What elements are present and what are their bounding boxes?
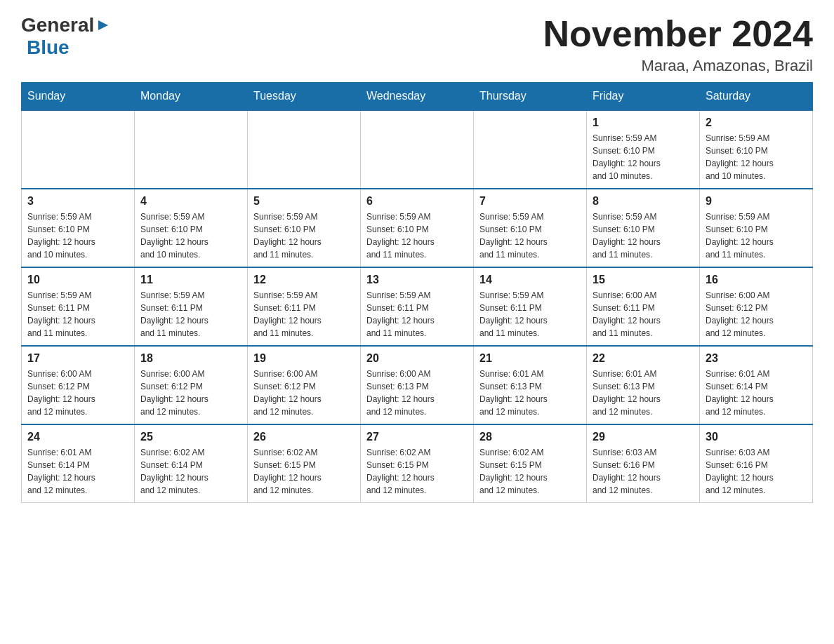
day-info: Sunrise: 6:00 AMSunset: 6:12 PMDaylight:… xyxy=(253,368,355,418)
day-info: Sunrise: 6:01 AMSunset: 6:14 PMDaylight:… xyxy=(706,368,807,418)
day-info: Sunrise: 5:59 AMSunset: 6:11 PMDaylight:… xyxy=(140,289,241,340)
calendar-cell: 7Sunrise: 5:59 AMSunset: 6:10 PMDaylight… xyxy=(474,189,587,267)
calendar-cell xyxy=(248,110,361,189)
calendar-cell: 4Sunrise: 5:59 AMSunset: 6:10 PMDaylight… xyxy=(135,189,248,267)
calendar-title: November 2024 xyxy=(543,14,813,54)
calendar-cell xyxy=(474,110,587,189)
day-info: Sunrise: 6:01 AMSunset: 6:13 PMDaylight:… xyxy=(593,368,694,418)
calendar-cell: 28Sunrise: 6:02 AMSunset: 6:15 PMDayligh… xyxy=(474,424,587,503)
day-number: 21 xyxy=(479,352,581,365)
day-info: Sunrise: 6:00 AMSunset: 6:12 PMDaylight:… xyxy=(706,289,807,340)
day-number: 2 xyxy=(706,116,807,129)
day-number: 5 xyxy=(253,195,355,208)
weekday-header-tuesday: Tuesday xyxy=(248,83,361,111)
day-number: 17 xyxy=(27,352,128,365)
calendar-cell: 13Sunrise: 5:59 AMSunset: 6:11 PMDayligh… xyxy=(361,267,474,346)
calendar-cell: 21Sunrise: 6:01 AMSunset: 6:13 PMDayligh… xyxy=(474,346,587,424)
day-number: 20 xyxy=(366,352,468,365)
calendar-week-2: 3Sunrise: 5:59 AMSunset: 6:10 PMDaylight… xyxy=(22,189,813,267)
weekday-header-monday: Monday xyxy=(135,83,248,111)
day-number: 26 xyxy=(253,431,355,443)
day-info: Sunrise: 5:59 AMSunset: 6:10 PMDaylight:… xyxy=(706,132,807,182)
day-number: 28 xyxy=(479,431,581,443)
day-number: 22 xyxy=(593,352,694,365)
calendar-subtitle: Maraa, Amazonas, Brazil xyxy=(543,57,813,75)
calendar-cell: 18Sunrise: 6:00 AMSunset: 6:12 PMDayligh… xyxy=(135,346,248,424)
calendar-cell: 17Sunrise: 6:00 AMSunset: 6:12 PMDayligh… xyxy=(22,346,135,424)
logo-general-text: General xyxy=(21,14,94,36)
page-header: General Blue November 2024 Maraa, Amazon… xyxy=(21,14,813,75)
calendar-week-1: 1Sunrise: 5:59 AMSunset: 6:10 PMDaylight… xyxy=(22,110,813,189)
day-info: Sunrise: 6:00 AMSunset: 6:12 PMDaylight:… xyxy=(140,368,241,418)
day-number: 8 xyxy=(593,195,694,208)
day-info: Sunrise: 6:01 AMSunset: 6:14 PMDaylight:… xyxy=(27,446,128,497)
calendar-cell: 11Sunrise: 5:59 AMSunset: 6:11 PMDayligh… xyxy=(135,267,248,346)
day-info: Sunrise: 5:59 AMSunset: 6:10 PMDaylight:… xyxy=(27,210,128,261)
day-info: Sunrise: 6:03 AMSunset: 6:16 PMDaylight:… xyxy=(593,446,694,497)
day-number: 3 xyxy=(27,195,128,208)
calendar-cell: 16Sunrise: 6:00 AMSunset: 6:12 PMDayligh… xyxy=(700,267,813,346)
title-block: November 2024 Maraa, Amazonas, Brazil xyxy=(543,14,813,75)
calendar-cell xyxy=(135,110,248,189)
day-number: 25 xyxy=(140,431,241,443)
day-number: 16 xyxy=(706,274,807,286)
day-number: 10 xyxy=(27,274,128,286)
day-number: 18 xyxy=(140,352,241,365)
day-info: Sunrise: 5:59 AMSunset: 6:10 PMDaylight:… xyxy=(479,210,581,261)
calendar-cell: 23Sunrise: 6:01 AMSunset: 6:14 PMDayligh… xyxy=(700,346,813,424)
day-info: Sunrise: 5:59 AMSunset: 6:10 PMDaylight:… xyxy=(593,210,694,261)
day-number: 23 xyxy=(706,352,807,365)
day-number: 1 xyxy=(593,116,694,129)
calendar-table: SundayMondayTuesdayWednesdayThursdayFrid… xyxy=(21,82,813,503)
day-number: 19 xyxy=(253,352,355,365)
day-number: 15 xyxy=(593,274,694,286)
day-info: Sunrise: 6:02 AMSunset: 6:15 PMDaylight:… xyxy=(366,446,468,497)
day-number: 7 xyxy=(479,195,581,208)
calendar-cell: 3Sunrise: 5:59 AMSunset: 6:10 PMDaylight… xyxy=(22,189,135,267)
calendar-cell: 30Sunrise: 6:03 AMSunset: 6:16 PMDayligh… xyxy=(700,424,813,503)
calendar-cell: 14Sunrise: 5:59 AMSunset: 6:11 PMDayligh… xyxy=(474,267,587,346)
day-info: Sunrise: 6:03 AMSunset: 6:16 PMDaylight:… xyxy=(706,446,807,497)
calendar-cell: 25Sunrise: 6:02 AMSunset: 6:14 PMDayligh… xyxy=(135,424,248,503)
logo: General Blue xyxy=(21,14,111,59)
svg-marker-0 xyxy=(98,20,108,30)
day-info: Sunrise: 5:59 AMSunset: 6:10 PMDaylight:… xyxy=(706,210,807,261)
day-info: Sunrise: 6:00 AMSunset: 6:11 PMDaylight:… xyxy=(593,289,694,340)
weekday-header-friday: Friday xyxy=(587,83,700,111)
day-number: 30 xyxy=(706,431,807,443)
calendar-cell: 8Sunrise: 5:59 AMSunset: 6:10 PMDaylight… xyxy=(587,189,700,267)
calendar-cell: 9Sunrise: 5:59 AMSunset: 6:10 PMDaylight… xyxy=(700,189,813,267)
calendar-cell: 1Sunrise: 5:59 AMSunset: 6:10 PMDaylight… xyxy=(587,110,700,189)
calendar-cell: 26Sunrise: 6:02 AMSunset: 6:15 PMDayligh… xyxy=(248,424,361,503)
calendar-cell: 5Sunrise: 5:59 AMSunset: 6:10 PMDaylight… xyxy=(248,189,361,267)
calendar-cell: 6Sunrise: 5:59 AMSunset: 6:10 PMDaylight… xyxy=(361,189,474,267)
day-info: Sunrise: 6:02 AMSunset: 6:14 PMDaylight:… xyxy=(140,446,241,497)
calendar-cell: 22Sunrise: 6:01 AMSunset: 6:13 PMDayligh… xyxy=(587,346,700,424)
weekday-header-saturday: Saturday xyxy=(700,83,813,111)
calendar-cell: 20Sunrise: 6:00 AMSunset: 6:13 PMDayligh… xyxy=(361,346,474,424)
weekday-header-row: SundayMondayTuesdayWednesdayThursdayFrid… xyxy=(22,83,813,111)
day-number: 24 xyxy=(27,431,128,443)
day-info: Sunrise: 6:00 AMSunset: 6:13 PMDaylight:… xyxy=(366,368,468,418)
day-number: 27 xyxy=(366,431,468,443)
day-info: Sunrise: 5:59 AMSunset: 6:11 PMDaylight:… xyxy=(27,289,128,340)
calendar-cell: 19Sunrise: 6:00 AMSunset: 6:12 PMDayligh… xyxy=(248,346,361,424)
day-number: 14 xyxy=(479,274,581,286)
day-info: Sunrise: 5:59 AMSunset: 6:10 PMDaylight:… xyxy=(140,210,241,261)
day-number: 29 xyxy=(593,431,694,443)
day-info: Sunrise: 5:59 AMSunset: 6:10 PMDaylight:… xyxy=(366,210,468,261)
day-number: 9 xyxy=(706,195,807,208)
calendar-cell: 2Sunrise: 5:59 AMSunset: 6:10 PMDaylight… xyxy=(700,110,813,189)
calendar-cell xyxy=(361,110,474,189)
day-info: Sunrise: 6:02 AMSunset: 6:15 PMDaylight:… xyxy=(479,446,581,497)
day-info: Sunrise: 6:02 AMSunset: 6:15 PMDaylight:… xyxy=(253,446,355,497)
logo-arrow-icon xyxy=(95,18,111,33)
calendar-week-5: 24Sunrise: 6:01 AMSunset: 6:14 PMDayligh… xyxy=(22,424,813,503)
calendar-cell: 15Sunrise: 6:00 AMSunset: 6:11 PMDayligh… xyxy=(587,267,700,346)
calendar-cell: 10Sunrise: 5:59 AMSunset: 6:11 PMDayligh… xyxy=(22,267,135,346)
logo-blue-text: Blue xyxy=(27,36,70,58)
day-info: Sunrise: 5:59 AMSunset: 6:11 PMDaylight:… xyxy=(366,289,468,340)
day-info: Sunrise: 5:59 AMSunset: 6:11 PMDaylight:… xyxy=(253,289,355,340)
weekday-header-wednesday: Wednesday xyxy=(361,83,474,111)
day-info: Sunrise: 6:01 AMSunset: 6:13 PMDaylight:… xyxy=(479,368,581,418)
